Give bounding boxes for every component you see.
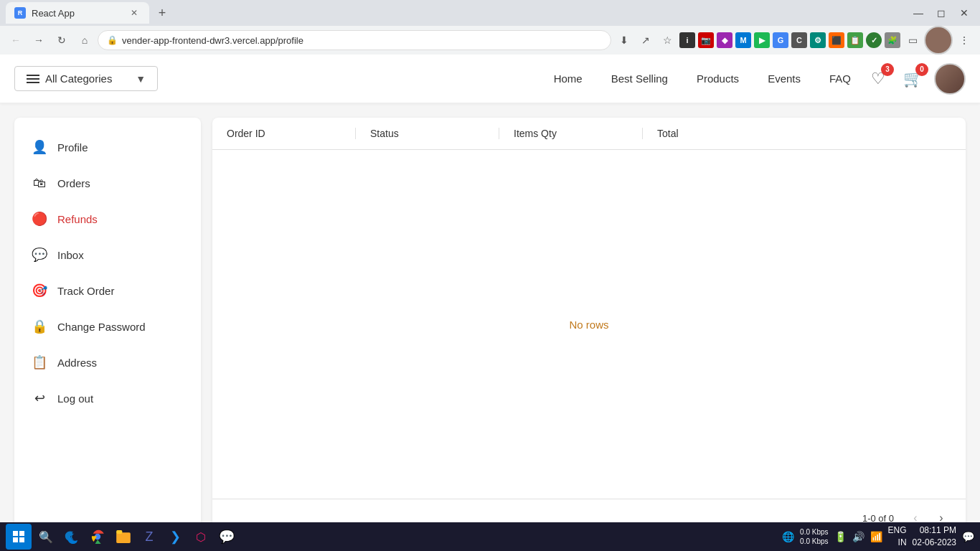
share-icon[interactable]: ↗ [636,30,656,50]
sidebar-item-orders[interactable]: 🛍 Orders [14,165,201,201]
taskbar-search[interactable]: 🔍 [34,525,57,548]
sidebar-item-profile[interactable]: 👤 Profile [14,129,201,165]
orders-icon: 🛍 [32,175,47,191]
taskbar-chrome[interactable] [86,525,109,548]
browser-chrome: R React App ✕ + — ◻ ✕ ← → ↻ ⌂ 🔒 vender-a… [0,0,980,55]
taskbar-datetime: 08:11 PM 02-06-2023 [913,524,956,549]
sidebar-orders-label: Orders [57,177,90,189]
site-header: All Categories ▼ Home Best Selling Produ… [0,55,980,103]
bookmark-icon[interactable]: ☆ [657,30,677,50]
ext-3[interactable]: ◆ [717,32,732,48]
svg-rect-0 [13,531,18,536]
close-button[interactable]: ✕ [954,3,974,23]
cart-badge: 0 [915,63,928,76]
taskbar-app-1[interactable]: Z [138,525,161,548]
download-icon[interactable]: ⬇ [614,30,634,50]
url-text: vender-app-frontend-dwr3.vercel.app/prof… [122,35,303,46]
sidebar-password-label: Change Password [57,321,146,333]
taskbar-app-2[interactable]: ❯ [164,525,187,548]
back-button[interactable]: ← [6,30,26,50]
ext-4[interactable]: M [735,32,751,48]
lock-icon: 🔒 [107,35,118,45]
sidebar-item-inbox[interactable]: 💬 Inbox [14,237,201,273]
cart-button[interactable]: 🛒 0 [900,66,925,92]
ext-11[interactable]: 🧩 [885,32,900,48]
svg-rect-5 [116,532,131,543]
person-icon: 👤 [32,139,47,155]
taskbar-right: 🌐 0.0 Kbps 0.0 Kbps 🔋 🔊 📶 ENG IN 08:11 P… [782,524,974,549]
nav-events[interactable]: Events [768,72,801,85]
sidebar-item-logout[interactable]: ↩ Log out [14,380,201,416]
taskbar-whatsapp[interactable]: 💬 [215,525,238,548]
taskbar-language: ENG [888,524,907,537]
logout-icon: ↩ [32,390,47,406]
nav-links: Home Best Selling Products Events FAQ [554,72,851,85]
svg-rect-6 [116,530,122,534]
sidebar-toggle[interactable]: ▭ [903,30,923,50]
nav-best-selling[interactable]: Best Selling [611,72,668,85]
notification-icon[interactable]: 💬 [962,531,974,542]
home-nav-button[interactable]: ⌂ [75,30,95,50]
svg-rect-1 [19,531,24,536]
chevron-down-icon: ▼ [136,73,146,85]
network-icon: 🌐 [782,531,794,542]
svg-rect-2 [13,537,18,542]
ext-9[interactable]: ⬛ [829,32,844,48]
ext-1[interactable]: i [679,32,695,48]
taskbar-sound-icon: 🔊 [852,531,864,542]
track-icon: 🎯 [32,283,47,298]
wishlist-button[interactable]: ♡ 3 [865,66,891,92]
table-header: Order ID Status Items Qty Total [212,118,966,150]
minimize-button[interactable]: — [908,3,928,23]
new-tab-button[interactable]: + [152,3,172,23]
wishlist-badge: 3 [881,63,894,76]
taskbar-time: 08:11 PM [913,524,956,537]
ext-6[interactable]: G [773,32,788,48]
active-tab[interactable]: R React App ✕ [6,2,149,24]
tab-close-button[interactable]: ✕ [128,6,141,19]
ext-2[interactable]: 📷 [698,32,714,48]
ext-8[interactable]: ⚙ [810,32,826,48]
header-icons: ♡ 3 🛒 0 [865,63,966,95]
col-status: Status [356,128,499,139]
nav-products[interactable]: Products [697,72,739,85]
ext-copy[interactable]: 📋 [847,32,863,48]
sidebar-item-address[interactable]: 📋 Address [14,344,201,380]
window-controls: — ◻ ✕ [908,3,974,23]
app-content: All Categories ▼ Home Best Selling Produ… [0,55,980,551]
sidebar-logout-label: Log out [57,392,93,405]
taskbar-file-explorer[interactable] [112,525,135,548]
sidebar-address-label: Address [57,357,97,369]
sidebar-inbox-label: Inbox [57,249,84,261]
no-rows-text: No rows [569,319,608,331]
forward-button[interactable]: → [29,30,49,50]
nav-home[interactable]: Home [554,72,583,85]
all-categories-dropdown[interactable]: All Categories ▼ [14,66,158,91]
start-button[interactable] [6,524,32,550]
user-avatar[interactable] [934,63,966,95]
sidebar-track-label: Track Order [57,285,114,297]
maximize-button[interactable]: ◻ [931,3,951,23]
taskbar-network-wifi: 📶 [870,531,882,542]
sidebar-item-track-order[interactable]: 🎯 Track Order [14,273,201,309]
browser-profile-avatar[interactable] [924,26,953,55]
ext-10[interactable]: ✓ [866,32,882,48]
sidebar-item-change-password[interactable]: 🔒 Change Password [14,309,201,344]
reload-button[interactable]: ↻ [52,30,72,50]
sidebar-item-refunds[interactable]: 🔴 Refunds [14,201,201,237]
menu-button[interactable]: ⋮ [954,30,974,50]
taskbar-edge[interactable] [60,525,83,548]
sidebar: 👤 Profile 🛍 Orders 🔴 Refunds 💬 Inbox 🎯 T… [14,118,201,537]
tab-bar: R React App ✕ + — ◻ ✕ [0,0,980,26]
col-total: Total [643,128,966,139]
taskbar-app-3[interactable]: ⬡ [189,525,212,548]
ext-7[interactable]: C [791,32,807,48]
nav-faq[interactable]: FAQ [829,72,851,85]
table-body: No rows [212,150,966,499]
main-layout: 👤 Profile 🛍 Orders 🔴 Refunds 💬 Inbox 🎯 T… [0,103,980,551]
svg-rect-3 [19,537,24,542]
address-bar[interactable]: 🔒 vender-app-frontend-dwr3.vercel.app/pr… [98,30,611,50]
col-items-qty: Items Qty [499,128,643,139]
lock-change-icon: 🔒 [32,319,47,334]
ext-5[interactable]: ▶ [754,32,770,48]
